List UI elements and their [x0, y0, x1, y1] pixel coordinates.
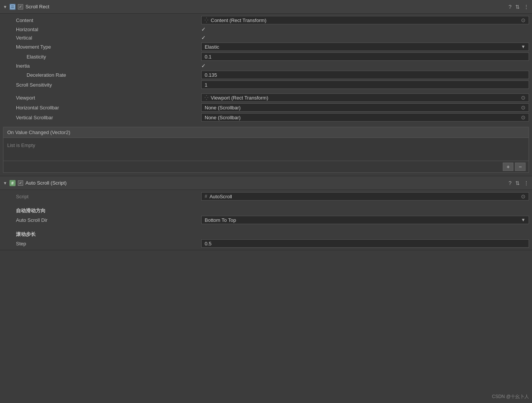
viewport-value: ⁛ Viewport (Rect Transform) ⊙ — [201, 93, 532, 102]
component-icon-scroll — [9, 4, 16, 10]
add-event-btn[interactable]: + — [503, 163, 513, 171]
vertical-scrollbar-field[interactable]: None (Scrollbar) ⊙ — [201, 113, 529, 122]
scroll-rect-properties: Content ⁛ Content (Rect Transform) ⊙ Hor… — [0, 14, 532, 124]
inertia-label: Inertia — [0, 63, 201, 69]
horizontal-scrollbar-label: Horizontal Scrollbar — [0, 105, 201, 111]
vertical-scrollbar-row: Vertical Scrollbar None (Scrollbar) ⊙ — [0, 112, 532, 122]
on-value-changed-event: On Value Changed (Vector2) List is Empty… — [3, 127, 529, 173]
content-label: Content — [0, 17, 201, 23]
target-icon: ⁛ — [205, 17, 208, 23]
content-value: ⁛ Content (Rect Transform) ⊙ — [201, 16, 532, 24]
horizontal-scrollbar-row: Horizontal Scrollbar None (Scrollbar) ⊙ — [0, 103, 532, 112]
movement-type-text: Elastic — [205, 44, 521, 50]
deceleration-rate-row: Deceleration Rate 0.135 — [0, 70, 532, 80]
horizontal-scrollbar-object-name: None (Scrollbar) — [205, 105, 519, 111]
auto-scroll-dir-dropdown[interactable]: Bottom To Top ▼ — [201, 216, 529, 224]
script-pick-btn[interactable]: ⊙ — [521, 193, 526, 199]
content-row: Content ⁛ Content (Rect Transform) ⊙ — [0, 15, 532, 25]
auto-scroll-dir-section: 自动滑动方向 — [0, 204, 532, 215]
elasticity-value: 0.1 — [201, 52, 532, 61]
auto-scroll-dir-text: Bottom To Top — [205, 217, 521, 223]
menu-icon[interactable]: ⋮ — [524, 4, 529, 10]
deceleration-rate-value: 0.135 — [201, 71, 532, 79]
component-icon-autoscroll: # — [9, 180, 16, 186]
adjust-icon[interactable]: ⇅ — [515, 4, 520, 10]
script-object-name: AutoScroll — [210, 194, 519, 199]
step-section-label: 滚动步长 — [16, 231, 36, 237]
inertia-checkbox[interactable]: ✓ — [201, 63, 529, 69]
viewport-label: Viewport — [0, 95, 201, 101]
movement-type-row: Movement Type Elastic ▼ — [0, 42, 532, 52]
elasticity-label: Elasticity — [0, 54, 201, 60]
script-label: Script — [0, 194, 201, 199]
auto-scroll-collapse-chevron[interactable]: ▼ — [3, 181, 7, 185]
deceleration-rate-input[interactable]: 0.135 — [201, 71, 529, 79]
content-pick-btn[interactable]: ⊙ — [521, 17, 526, 23]
auto-scroll-component: ▼ # Auto Scroll (Script) ? ⇅ ⋮ Script # … — [0, 176, 532, 250]
auto-scroll-properties: Script # AutoScroll ⊙ 自动滑动方向 Auto Scroll… — [0, 190, 532, 250]
auto-scroll-dir-label: Auto Scroll Dir — [0, 217, 201, 223]
vertical-scrollbar-object-name: None (Scrollbar) — [205, 115, 519, 120]
step-input-value: 0.5 — [205, 241, 212, 247]
auto-scroll-adjust-icon[interactable]: ⇅ — [515, 180, 520, 186]
deceleration-rate-label: Deceleration Rate — [0, 72, 201, 78]
collapse-chevron[interactable]: ▼ — [3, 5, 7, 9]
content-object-name: Content (Rect Transform) — [211, 17, 519, 23]
auto-scroll-menu-icon[interactable]: ⋮ — [524, 180, 529, 186]
horizontal-value: ✓ — [201, 26, 532, 32]
movement-type-arrow: ▼ — [521, 44, 526, 49]
auto-scroll-header-left: ▼ # Auto Scroll (Script) — [3, 180, 506, 186]
auto-scroll-dir-arrow: ▼ — [521, 217, 526, 223]
auto-scroll-dir-row: Auto Scroll Dir Bottom To Top ▼ — [0, 215, 532, 225]
inertia-value: ✓ — [201, 63, 532, 69]
viewport-target-icon: ⁛ — [205, 95, 208, 100]
elasticity-input[interactable]: 0.1 — [201, 52, 529, 61]
step-input[interactable]: 0.5 — [201, 239, 529, 248]
vertical-row: Vertical ✓ — [0, 33, 532, 42]
movement-type-label: Movement Type — [0, 44, 201, 50]
help-icon[interactable]: ? — [508, 4, 511, 10]
scroll-rect-component: ▼ Scroll Rect ? ⇅ ⋮ Content ⁛ Content (R — [0, 0, 532, 176]
vertical-checkbox[interactable]: ✓ — [201, 35, 529, 41]
event-header: On Value Changed (Vector2) — [3, 127, 529, 138]
auto-scroll-help-icon[interactable]: ? — [508, 180, 511, 186]
scroll-sensitivity-input[interactable]: 1 — [201, 81, 529, 89]
elasticity-input-value: 0.1 — [205, 54, 212, 60]
event-empty-label: List is Empty — [7, 142, 35, 148]
viewport-object-name: Viewport (Rect Transform) — [211, 95, 519, 101]
scroll-sensitivity-row: Scroll Sensitivity 1 — [0, 80, 532, 90]
script-value: # AutoScroll ⊙ — [201, 192, 532, 201]
movement-type-value: Elastic ▼ — [201, 43, 532, 51]
script-row: Script # AutoScroll ⊙ — [0, 191, 532, 201]
script-field[interactable]: # AutoScroll ⊙ — [201, 192, 529, 201]
horizontal-checkbox[interactable]: ✓ — [201, 26, 529, 32]
vertical-scrollbar-label: Vertical Scrollbar — [0, 115, 201, 120]
scroll-rect-enabled-checkbox[interactable] — [18, 4, 23, 9]
horizontal-scrollbar-field[interactable]: None (Scrollbar) ⊙ — [201, 103, 529, 112]
movement-type-dropdown[interactable]: Elastic ▼ — [201, 43, 529, 51]
auto-scroll-dir-value: Bottom To Top ▼ — [201, 216, 532, 224]
scroll-rect-header: ▼ Scroll Rect ? ⇅ ⋮ — [0, 0, 532, 14]
remove-event-btn[interactable]: − — [515, 163, 526, 171]
event-footer: + − — [3, 161, 529, 172]
content-field[interactable]: ⁛ Content (Rect Transform) ⊙ — [201, 16, 529, 24]
auto-scroll-title: Auto Scroll (Script) — [25, 180, 66, 186]
viewport-field[interactable]: ⁛ Viewport (Rect Transform) ⊙ — [201, 93, 529, 102]
horizontal-scrollbar-pick-btn[interactable]: ⊙ — [521, 104, 526, 111]
vertical-scrollbar-pick-btn[interactable]: ⊙ — [521, 114, 526, 120]
step-row: Step 0.5 — [0, 239, 532, 248]
auto-scroll-header: ▼ # Auto Scroll (Script) ? ⇅ ⋮ — [0, 176, 532, 190]
scroll-sensitivity-input-value: 1 — [205, 82, 207, 88]
scroll-sensitivity-value: 1 — [201, 81, 532, 89]
inertia-row: Inertia ✓ — [0, 62, 532, 70]
step-section: 滚动步长 — [0, 228, 532, 239]
viewport-pick-btn[interactable]: ⊙ — [521, 95, 526, 101]
scroll-sensitivity-label: Scroll Sensitivity — [0, 82, 201, 88]
deceleration-rate-input-value: 0.135 — [205, 72, 217, 78]
watermark: CSDN @十幺卜人 — [492, 394, 529, 400]
auto-scroll-enabled-checkbox[interactable] — [18, 180, 23, 186]
scroll-rect-title: Scroll Rect — [25, 4, 49, 9]
elasticity-row: Elasticity 0.1 — [0, 52, 532, 62]
step-value: 0.5 — [201, 239, 532, 248]
horizontal-scrollbar-value: None (Scrollbar) ⊙ — [201, 103, 532, 112]
